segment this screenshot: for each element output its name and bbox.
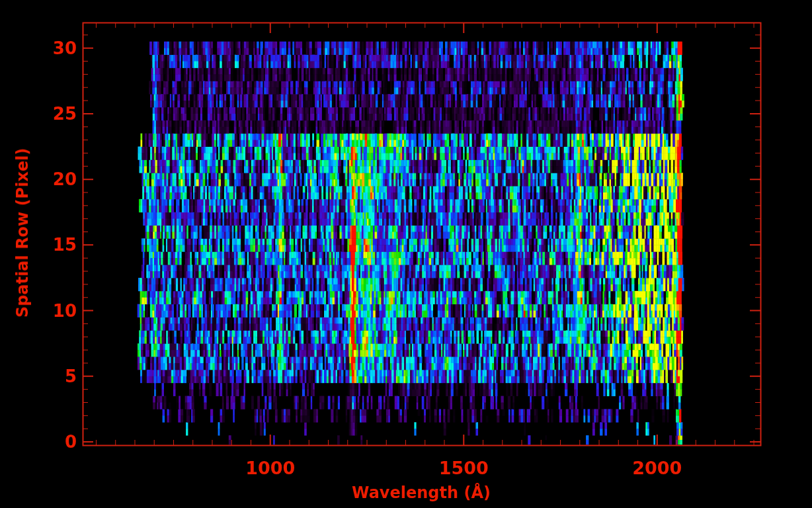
y-tick-label: 30 — [36, 38, 77, 58]
x-tick-label: 1500 — [417, 458, 510, 478]
y-tick-label: 15 — [36, 235, 77, 255]
x-tick-label: 1000 — [224, 458, 317, 478]
y-tick-label: 10 — [36, 301, 77, 321]
y-tick-label: 5 — [36, 366, 77, 386]
page-root: ra_150928002315_hisb_lin.fit 0 5.00000e+… — [0, 0, 812, 508]
x-tick-label: 2000 — [611, 458, 704, 478]
y-tick-label: 20 — [36, 169, 77, 189]
y-tick-label: 25 — [36, 104, 77, 124]
x-axis-title: Wavelength (Å) — [322, 484, 520, 502]
spectral-heatmap-canvas — [0, 0, 812, 508]
y-axis-title: Spatial Row (Pixel) — [13, 148, 32, 318]
y-tick-label: 0 — [36, 432, 77, 452]
